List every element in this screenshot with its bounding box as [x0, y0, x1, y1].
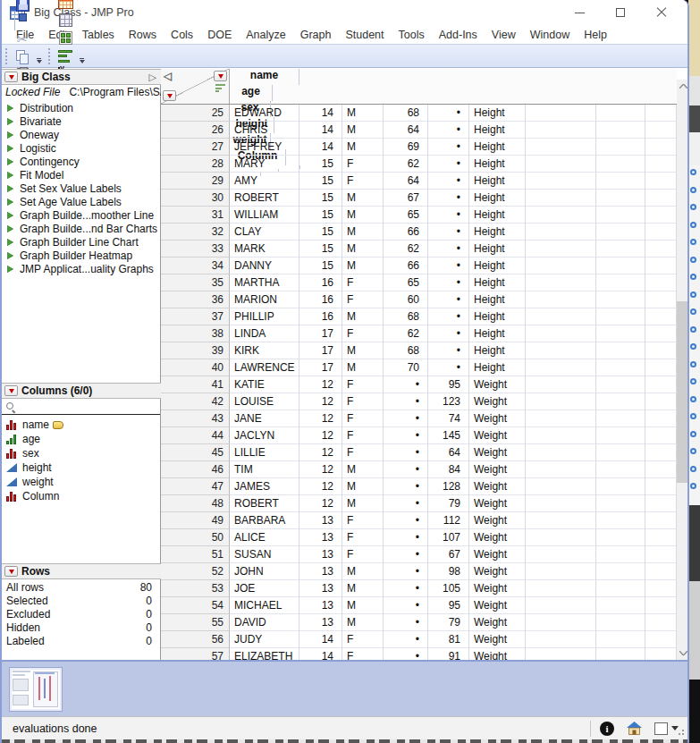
table-row[interactable]: 41KATIE12F•95Weight	[161, 376, 677, 393]
cell-column[interactable]: Height	[469, 139, 526, 156]
cell-height[interactable]: 64	[384, 173, 428, 190]
cell-column[interactable]: Weight	[469, 495, 526, 512]
cell-empty[interactable]	[645, 139, 677, 156]
table-row[interactable]: 50ALICE13F•107Weight	[161, 529, 677, 546]
row-number-cell[interactable]: 51	[161, 546, 230, 563]
cell-name[interactable]: JOE	[230, 580, 299, 597]
cell-empty[interactable]	[645, 410, 677, 427]
cell-empty[interactable]	[526, 427, 596, 444]
cell-height[interactable]: 66	[384, 258, 428, 274]
cell-column[interactable]: Weight	[469, 631, 526, 648]
script-item[interactable]: Contingency	[2, 155, 160, 168]
cell-weight[interactable]: 128	[428, 478, 469, 495]
table-row[interactable]: 52JOHN13M•98Weight	[161, 563, 677, 580]
cell-height[interactable]: 68	[384, 342, 428, 359]
script-item[interactable]: JMP Applicat...uality Graphs	[2, 262, 160, 275]
cell-empty[interactable]	[526, 393, 596, 410]
cell-empty[interactable]	[596, 393, 645, 410]
cell-sex[interactable]: M	[342, 597, 384, 614]
cell-empty[interactable]	[526, 597, 596, 614]
cell-empty[interactable]	[596, 648, 645, 660]
table-menu-button[interactable]	[4, 72, 18, 82]
cell-age[interactable]: 15	[299, 173, 342, 190]
cell-sex[interactable]: F	[342, 173, 384, 190]
close-button[interactable]	[641, 0, 682, 25]
table-row[interactable]: 36MARION16F60•Height	[161, 291, 677, 308]
cell-empty[interactable]	[596, 597, 645, 614]
cell-empty[interactable]	[596, 207, 645, 224]
row-number-cell[interactable]: 52	[161, 563, 230, 580]
cell-column[interactable]: Height	[469, 258, 526, 274]
menu-help[interactable]: Help	[577, 27, 614, 43]
cell-age[interactable]: 12	[299, 393, 342, 410]
cell-empty[interactable]	[645, 291, 677, 308]
cell-height[interactable]: •	[384, 393, 428, 410]
cell-empty[interactable]	[596, 461, 645, 478]
columns-menu-button[interactable]	[4, 385, 18, 396]
cell-empty[interactable]	[526, 308, 596, 325]
scroll-up-button[interactable]	[677, 80, 689, 93]
cell-age[interactable]: 15	[299, 258, 342, 274]
cell-name[interactable]: ALICE	[230, 529, 299, 546]
cell-height[interactable]: •	[384, 461, 428, 478]
column-item-age[interactable]: age	[2, 432, 160, 446]
row-number-cell[interactable]: 48	[161, 495, 230, 512]
cell-sex[interactable]: F	[342, 325, 384, 342]
script-item[interactable]: Distribution	[2, 101, 160, 114]
cell-height[interactable]: •	[384, 495, 428, 512]
cell-name[interactable]: MICHAEL	[230, 597, 299, 614]
cell-sex[interactable]: M	[342, 478, 384, 495]
cell-name[interactable]: LINDA	[230, 325, 299, 342]
script-item[interactable]: Oneway	[2, 128, 160, 141]
cell-sex[interactable]: M	[342, 614, 384, 631]
chevron-down-icon[interactable]	[671, 726, 679, 730]
cell-column[interactable]: Height	[469, 274, 526, 291]
cell-sex[interactable]: M	[342, 224, 384, 241]
cell-name[interactable]: MARY	[230, 156, 299, 173]
cell-empty[interactable]	[596, 444, 645, 461]
column-header-age[interactable]: age	[230, 85, 273, 101]
cell-weight[interactable]: 81	[428, 631, 469, 648]
cell-empty[interactable]	[645, 597, 677, 614]
cell-age[interactable]: 17	[299, 342, 342, 359]
cell-name[interactable]: BARBARA	[230, 512, 299, 529]
cell-name[interactable]: KATIE	[230, 376, 299, 393]
cell-age[interactable]: 13	[299, 614, 342, 631]
cell-weight[interactable]: •	[428, 308, 469, 325]
cell-empty[interactable]	[596, 122, 645, 139]
menu-view[interactable]: View	[485, 27, 523, 43]
title-bar[interactable]: Big Class - JMP Pro	[2, 0, 687, 25]
cell-empty[interactable]	[645, 546, 677, 563]
cell-column[interactable]: Weight	[469, 529, 526, 546]
cell-empty[interactable]	[645, 376, 677, 393]
script-item[interactable]: Set Age Value Labels	[2, 195, 160, 208]
cell-column[interactable]: Weight	[469, 410, 526, 427]
cell-name[interactable]: LOUISE	[230, 393, 299, 410]
cell-name[interactable]: JANE	[230, 410, 299, 427]
cell-sex[interactable]: F	[342, 529, 384, 546]
cell-height[interactable]: 69	[384, 139, 428, 156]
cell-name[interactable]: JOHN	[230, 563, 299, 580]
cell-height[interactable]: •	[384, 597, 428, 614]
cell-name[interactable]: PHILLIP	[230, 308, 299, 325]
cell-age[interactable]: 15	[299, 207, 342, 224]
cell-empty[interactable]	[526, 478, 596, 495]
table-row[interactable]: 26CHRIS14M64•Height	[161, 122, 677, 139]
cell-empty[interactable]	[526, 461, 596, 478]
cell-empty[interactable]	[645, 156, 677, 173]
cell-empty[interactable]	[596, 308, 645, 325]
cell-weight[interactable]: •	[428, 190, 469, 207]
cell-height[interactable]: •	[384, 580, 428, 597]
table-row[interactable]: 49BARBARA13F•112Weight	[161, 512, 677, 529]
cell-empty[interactable]	[596, 190, 645, 207]
cell-height[interactable]: •	[384, 631, 428, 648]
cell-empty[interactable]	[526, 139, 596, 156]
home-icon[interactable]	[627, 722, 642, 735]
cell-age[interactable]: 12	[299, 376, 342, 393]
menu-student[interactable]: Student	[338, 27, 391, 43]
cell-name[interactable]: CHRIS	[230, 122, 299, 139]
cell-name[interactable]: EDWARD	[230, 105, 299, 122]
cell-empty[interactable]	[645, 173, 677, 190]
row-number-cell[interactable]: 33	[161, 241, 230, 258]
row-number-cell[interactable]: 32	[161, 224, 230, 241]
